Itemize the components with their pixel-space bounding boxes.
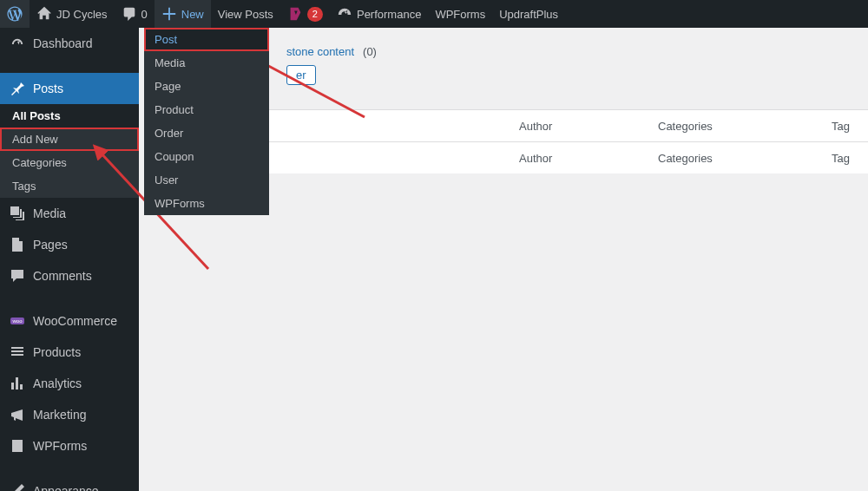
performance-label: Performance xyxy=(357,8,421,21)
cell-categories: Categories xyxy=(651,142,825,174)
admin-sidebar: Dashboard Posts All Posts Add New Catego… xyxy=(0,28,139,491)
comments-icon xyxy=(9,267,26,285)
menu-products[interactable]: Products xyxy=(0,337,139,368)
analytics-label: Analytics xyxy=(33,376,82,390)
view-posts-label: View Posts xyxy=(218,8,273,21)
menu-wpforms[interactable]: WPForms xyxy=(0,430,139,462)
submenu-categories[interactable]: Categories xyxy=(0,151,139,174)
cell-author: Author xyxy=(512,142,651,174)
brush-icon xyxy=(9,482,26,491)
dd-wpforms[interactable]: WPForms xyxy=(144,192,269,215)
col-author[interactable]: Author xyxy=(512,110,651,142)
appearance-label: Appearance xyxy=(33,484,99,491)
comment-icon xyxy=(122,6,137,22)
home-icon xyxy=(36,6,52,22)
yoast-badge: 2 xyxy=(307,7,323,22)
dd-user[interactable]: User xyxy=(144,168,269,192)
menu-appearance[interactable]: Appearance xyxy=(0,475,139,491)
media-icon xyxy=(9,205,26,222)
megaphone-icon xyxy=(9,406,26,423)
view-posts-item[interactable]: View Posts xyxy=(211,0,280,28)
new-label: New xyxy=(181,8,204,21)
submenu-tags[interactable]: Tags xyxy=(0,174,139,198)
wpforms-item[interactable]: WPForms xyxy=(428,0,492,28)
posts-submenu: All Posts Add New Categories Tags xyxy=(0,104,139,198)
menu-dashboard[interactable]: Dashboard xyxy=(0,28,139,59)
comments-item[interactable]: 0 xyxy=(115,0,155,28)
menu-posts[interactable]: Posts xyxy=(0,73,139,104)
comments-label: Comments xyxy=(33,269,92,283)
wpforms-sidebar-label: WPForms xyxy=(33,439,87,453)
wordpress-icon xyxy=(7,6,23,22)
menu-analytics[interactable]: Analytics xyxy=(0,368,139,399)
wpforms-label: WPForms xyxy=(435,8,485,21)
products-icon xyxy=(9,344,26,361)
woo-icon: woo xyxy=(9,312,26,330)
dashboard-label: Dashboard xyxy=(33,36,93,50)
yoast-item[interactable]: 2 xyxy=(280,0,330,28)
site-name-item[interactable]: JD Cycles xyxy=(30,0,115,28)
chart-icon xyxy=(9,375,26,392)
wp-logo-item[interactable] xyxy=(0,0,30,28)
page-icon xyxy=(9,236,26,253)
performance-item[interactable]: Performance xyxy=(330,0,428,28)
cell-tags: Tag xyxy=(825,142,868,174)
submenu-all-posts[interactable]: All Posts xyxy=(0,104,139,128)
dd-coupon[interactable]: Coupon xyxy=(144,145,269,168)
filter-apply-button[interactable]: er xyxy=(286,65,316,85)
new-dropdown: Post Media Page Product Order Coupon Use… xyxy=(144,28,269,215)
gauge-icon xyxy=(337,6,352,22)
filter-text[interactable]: stone content xyxy=(286,45,354,58)
dd-post[interactable]: Post xyxy=(144,28,269,51)
plus-icon xyxy=(161,6,177,22)
form-icon xyxy=(9,437,26,455)
col-categories[interactable]: Categories xyxy=(651,110,825,142)
comments-count: 0 xyxy=(141,8,148,21)
submenu-add-new[interactable]: Add New xyxy=(0,128,139,151)
admin-bar: JD Cycles 0 New View Posts 2 Performance… xyxy=(0,0,868,28)
media-label: Media xyxy=(33,206,66,220)
new-menu-item[interactable]: New xyxy=(155,0,211,28)
menu-pages[interactable]: Pages xyxy=(0,229,139,260)
dd-page[interactable]: Page xyxy=(144,75,269,98)
pages-label: Pages xyxy=(33,238,68,252)
updraft-item[interactable]: UpdraftPlus xyxy=(492,0,565,28)
site-name-label: JD Cycles xyxy=(56,8,108,21)
updraft-label: UpdraftPlus xyxy=(499,8,558,21)
posts-label: Posts xyxy=(33,82,63,95)
menu-marketing[interactable]: Marketing xyxy=(0,399,139,430)
filter-count: (0) xyxy=(363,45,377,58)
menu-media[interactable]: Media xyxy=(0,198,139,229)
dd-media[interactable]: Media xyxy=(144,51,269,75)
dd-product[interactable]: Product xyxy=(144,98,269,121)
menu-woocommerce[interactable]: woo WooCommerce xyxy=(0,305,139,337)
yoast-icon xyxy=(287,6,303,22)
dashboard-icon xyxy=(9,35,26,52)
pin-icon xyxy=(9,80,26,97)
svg-text:woo: woo xyxy=(11,318,23,324)
filter-row: stone content (0) xyxy=(286,45,868,58)
products-label: Products xyxy=(33,345,81,359)
woocommerce-label: WooCommerce xyxy=(33,314,117,328)
menu-comments[interactable]: Comments xyxy=(0,260,139,291)
dd-order[interactable]: Order xyxy=(144,121,269,145)
col-tags[interactable]: Tag xyxy=(825,110,868,142)
marketing-label: Marketing xyxy=(33,408,86,422)
